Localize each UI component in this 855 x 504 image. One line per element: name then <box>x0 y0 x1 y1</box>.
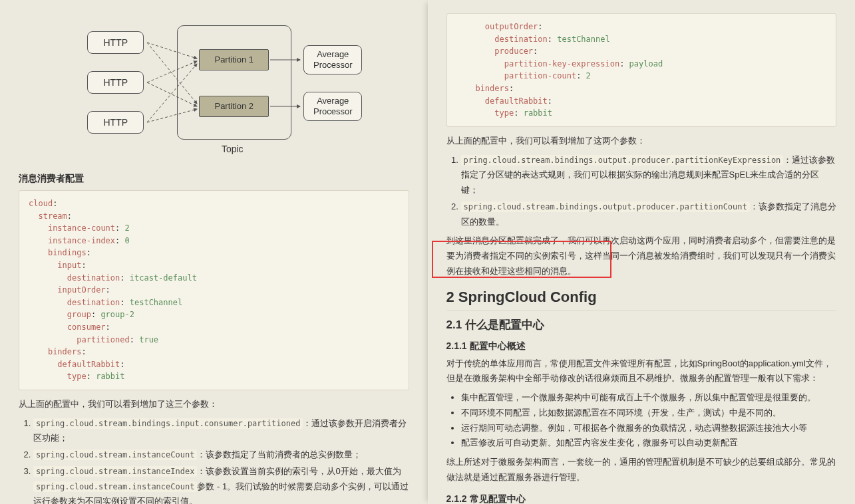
code-inline: spring.cloud.stream.instanceIndex <box>33 466 197 477</box>
list-config-needs: 集中配置管理，一个微服务架构中可能有成百上千个微服务，所以集中配置管理是很重要的… <box>446 390 837 451</box>
list-item: spring.cloud.stream.instanceCount：该参数指定了… <box>33 447 409 463</box>
diagram-avg-2: Average Processor <box>303 92 362 121</box>
code-inline: pring.cloud.stream.bindings.output.produ… <box>461 155 784 166</box>
diagram-topic-label: Topic <box>212 144 252 154</box>
para-211: 对于传统的单体应用而言，常使用配置文件来管理所有配置，比如SpringBoot的… <box>446 356 837 387</box>
code-inline: spring.cloud.stream.bindings.output.prod… <box>461 201 750 212</box>
code-inline: spring.cloud.stream.bindings.input.consu… <box>33 418 303 429</box>
list-consumer-params: spring.cloud.stream.bindings.input.consu… <box>19 416 409 504</box>
heading-2-1: 2.1 什么是配置中心 <box>446 317 837 332</box>
list-item: 运行期间可动态调整。例如，可根据各个微服务的负载情况，动态调整数据源连接池大小等 <box>461 421 837 436</box>
diagram-partition-1: Partition 1 <box>199 49 269 70</box>
heading-2-1-1: 2.1.1 配置中心概述 <box>446 340 837 352</box>
red-highlight-box <box>432 241 611 278</box>
heading-consumer-config: 消息消费者配置 <box>19 173 409 185</box>
diagram-avg-1: Average Processor <box>303 45 362 74</box>
list-item: spring.cloud.stream.bindings.input.consu… <box>33 416 409 447</box>
heading-2-1-2: 2.1.2 常见配置中心 <box>446 493 837 505</box>
page-right: outputOrder: destination: testChannel pr… <box>428 0 856 504</box>
para-211-summary: 综上所述对于微服务架构而言，一套统一的，通用的管理配置机制是不可缺少的总要组成部… <box>446 455 837 485</box>
list-item: pring.cloud.stream.bindings.output.produ… <box>461 153 837 198</box>
heading-springcloud-config: 2 SpringCloud Config <box>446 289 837 311</box>
text: ：该参数设置当前实例的索引号，从0开始，最大值为 <box>197 466 401 476</box>
list-item: 集中配置管理，一个微服务架构中可能有成百上千个微服务，所以集中配置管理是很重要的… <box>461 390 837 406</box>
list-item: spring.cloud.stream.bindings.output.prod… <box>461 199 837 230</box>
para-consumer-intro: 从上面的配置中，我们可以看到增加了这三个参数： <box>19 397 409 412</box>
architecture-diagram: HTTP HTTP HTTP Partition 1 Partition 2 A… <box>47 13 380 166</box>
code-producer-continued: outputOrder: destination: testChannel pr… <box>446 13 837 127</box>
list-producer-params: pring.cloud.stream.bindings.output.produ… <box>446 153 837 230</box>
list-item: 不同环境不同配置，比如数据源配置在不同环境（开发，生产，测试）中是不同的。 <box>461 406 837 421</box>
text: ：该参数指定了当前消费者的总实例数量； <box>197 449 361 459</box>
code-inline: spring.cloud.stream.instanceCount <box>33 449 197 460</box>
diagram-topic-box <box>177 25 291 140</box>
code-consumer-config: cloud: stream: instance-count: 2 instanc… <box>19 190 409 390</box>
diagram-partition-2: Partition 2 <box>199 96 269 117</box>
diagram-http-3: HTTP <box>87 111 144 134</box>
diagram-http-1: HTTP <box>87 31 144 54</box>
para-producer-intro: 从上面的配置中，我们可以看到增加了这两个参数： <box>446 134 837 149</box>
diagram-http-2: HTTP <box>87 71 144 94</box>
code-inline: spring.cloud.stream.instanceCount <box>33 481 197 492</box>
list-item: 配置修改后可自动更新。如配置内容发生变化，微服务可以自动更新配置 <box>461 436 837 451</box>
page-left: HTTP HTTP HTTP Partition 1 Partition 2 A… <box>0 0 428 504</box>
list-item: spring.cloud.stream.instanceIndex：该参数设置当… <box>33 464 409 504</box>
